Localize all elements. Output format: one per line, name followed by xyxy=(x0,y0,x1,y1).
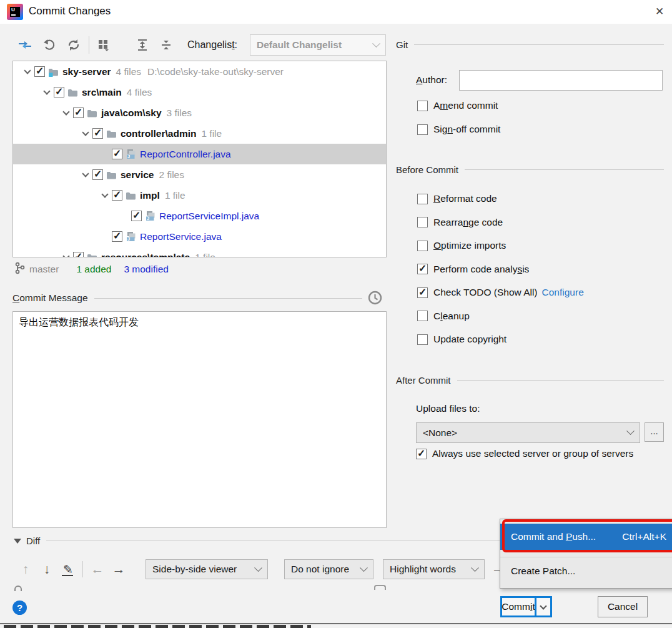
changelist-value: Default Changelist xyxy=(257,39,342,51)
tree-expand-chevron-icon[interactable] xyxy=(59,252,73,258)
refresh-icon[interactable] xyxy=(66,36,82,54)
help-button[interactable]: ? xyxy=(12,601,27,615)
added-count: 1 added xyxy=(76,264,111,275)
show-diff-icon[interactable] xyxy=(17,36,33,54)
edit-source-icon[interactable]: ✎ xyxy=(57,562,79,577)
browse-servers-button[interactable]: ... xyxy=(645,422,664,442)
expand-all-icon[interactable] xyxy=(134,36,151,54)
checkbox-box[interactable] xyxy=(417,124,428,135)
checkbox-box[interactable] xyxy=(417,334,428,345)
tree-row-checkbox[interactable] xyxy=(112,231,122,242)
tree-row-checkbox[interactable] xyxy=(73,252,84,257)
checkbox-label: Amend commit xyxy=(433,100,498,111)
checkbox-always-use-selected-server-or-group-of-servers[interactable]: Always use selected server or group of s… xyxy=(416,448,633,459)
tree-node-label: controller\admin xyxy=(121,128,196,139)
tree-row[interactable]: JReportController.java xyxy=(13,144,386,164)
java-class-icon: J xyxy=(145,211,156,221)
checkbox-label: Always use selected server or group of s… xyxy=(432,448,633,459)
author-label: Author: xyxy=(416,74,447,86)
cancel-button[interactable]: Cancel xyxy=(598,596,648,617)
module-folder-icon xyxy=(48,67,59,77)
next-file-icon[interactable]: → xyxy=(108,562,129,577)
commit-message-input[interactable]: 导出运营数据报表代码开发 xyxy=(12,311,387,528)
tree-row[interactable]: impl1 file xyxy=(13,185,386,206)
checkbox-box[interactable] xyxy=(417,311,428,321)
clipped-icon-fragment xyxy=(374,585,386,590)
tree-expand-chevron-icon[interactable] xyxy=(40,87,54,97)
tree-expand-chevron-icon[interactable] xyxy=(79,170,92,180)
upload-server-select[interactable]: <None> xyxy=(416,422,640,443)
changelist-label: Changelist: xyxy=(187,39,237,51)
tree-row-checkbox[interactable] xyxy=(112,149,122,159)
tree-expand-chevron-icon[interactable] xyxy=(98,191,112,201)
group-by-icon[interactable] xyxy=(96,36,112,54)
checkbox-amend-commit[interactable]: Amend commit xyxy=(417,98,500,113)
commit-dropdown-button[interactable] xyxy=(535,598,550,616)
collapse-triangle-icon[interactable] xyxy=(14,539,21,544)
tree-row-checkbox[interactable] xyxy=(54,87,64,97)
tree-row-checkbox[interactable] xyxy=(92,169,103,180)
checkbox-rearrange-code[interactable]: Rearrange code xyxy=(417,215,584,230)
author-input[interactable] xyxy=(459,70,663,91)
tree-expand-chevron-icon[interactable] xyxy=(21,67,34,77)
checkbox-box[interactable] xyxy=(417,241,428,251)
checkbox-box[interactable] xyxy=(416,449,427,459)
commit-message-label: Commit Message xyxy=(12,292,88,304)
file-count: 2 files xyxy=(159,169,184,181)
previous-change-icon[interactable]: ↑ xyxy=(15,562,36,577)
branch-row: master 1 added 3 modified xyxy=(15,261,169,277)
checkbox-check-todo-show-all[interactable]: Check TODO (Show All)Configure xyxy=(417,285,584,300)
tree-row[interactable]: src\main4 files xyxy=(13,82,386,102)
highlight-mode-select[interactable]: Highlight words xyxy=(383,559,485,579)
tree-row[interactable]: controller\admin1 file xyxy=(13,123,386,144)
checkbox-optimize-imports[interactable]: Optimize imports xyxy=(417,238,584,253)
collapse-all-icon[interactable] xyxy=(158,36,174,54)
rollback-icon[interactable] xyxy=(41,36,57,54)
toolbar-separator xyxy=(89,36,89,54)
folder-icon xyxy=(87,252,98,258)
tree-expand-chevron-icon[interactable] xyxy=(59,108,73,118)
tree-expand-chevron-icon[interactable] xyxy=(79,129,92,139)
tree-row-checkbox[interactable] xyxy=(92,128,103,139)
tree-row[interactable]: resources\template1 file xyxy=(13,247,386,257)
previous-file-icon[interactable]: ← xyxy=(87,562,108,577)
checkbox-label: Sign-off commit xyxy=(433,124,500,135)
checkbox-perform-code-analysis[interactable]: Perform code analysis xyxy=(417,262,584,277)
folder-icon xyxy=(106,129,117,139)
tree-row[interactable]: JReportServiceImpl.java xyxy=(13,206,386,226)
checkbox-cleanup[interactable]: Cleanup xyxy=(417,309,584,324)
menu-item-create-patch[interactable]: Create Patch... xyxy=(500,557,672,584)
changelist-select[interactable]: Default Changelist xyxy=(250,34,386,56)
folder-icon xyxy=(67,87,79,97)
tree-row-checkbox[interactable] xyxy=(112,190,122,201)
tree-node-label: src\main xyxy=(82,87,122,98)
whitespace-ignore-select[interactable]: Do not ignore xyxy=(284,559,373,579)
diff-viewer-select[interactable]: Side-by-side viewer xyxy=(146,559,268,579)
tree-row[interactable]: sky-server4 filesD:\code\sky-take-out\sk… xyxy=(13,61,386,82)
svg-text:J: J xyxy=(147,216,149,221)
menu-item-commit-and-push[interactable]: Commit and Push...Ctrl+Alt+K xyxy=(500,524,672,550)
commit-split-button: Commit xyxy=(500,596,552,617)
checkbox-box[interactable] xyxy=(417,217,428,227)
after-commit-title: After Commit xyxy=(396,375,451,386)
next-change-icon[interactable]: ↓ xyxy=(36,562,57,577)
file-count: 1 file xyxy=(201,128,222,139)
commit-button[interactable]: Commit xyxy=(502,598,535,616)
checkbox-box[interactable] xyxy=(417,101,428,111)
tree-row-checkbox[interactable] xyxy=(131,211,142,221)
tree-row-checkbox[interactable] xyxy=(73,107,84,118)
tree-row[interactable]: JReportService.java xyxy=(13,226,386,247)
close-icon[interactable]: ✕ xyxy=(651,3,668,21)
history-clock-icon[interactable] xyxy=(368,291,382,307)
tree-node-label: sky-server xyxy=(62,66,111,77)
checkbox-box[interactable] xyxy=(417,287,428,298)
tree-row[interactable]: service2 files xyxy=(13,164,386,185)
tree-row-checkbox[interactable] xyxy=(34,66,45,77)
checkbox-sign-off-commit[interactable]: Sign-off commit xyxy=(417,122,500,137)
checkbox-box[interactable] xyxy=(417,194,428,204)
checkbox-reformat-code[interactable]: Reformat code xyxy=(417,191,584,206)
checkbox-update-copyright[interactable]: Update copyright xyxy=(417,332,584,347)
checkbox-box[interactable] xyxy=(417,264,428,274)
tree-row[interactable]: java\com\sky3 files xyxy=(13,102,386,123)
configure-link[interactable]: Configure xyxy=(542,287,584,298)
